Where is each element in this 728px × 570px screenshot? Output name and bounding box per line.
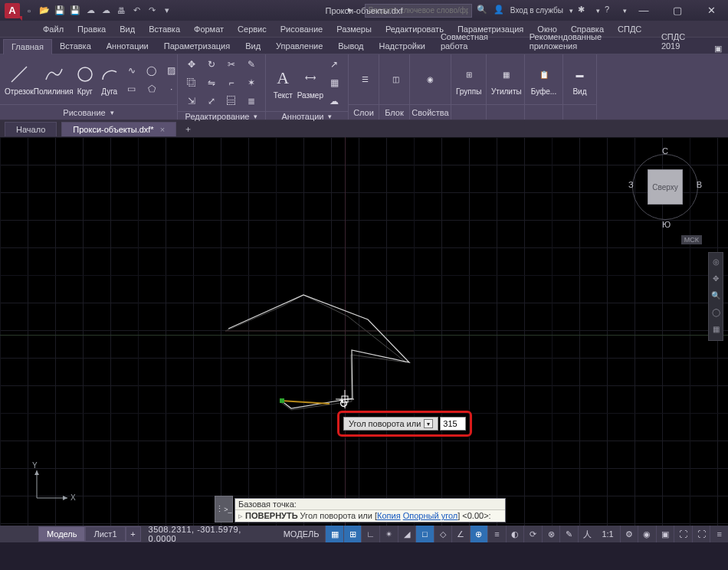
block-button[interactable]: ◫: [384, 67, 407, 93]
menu-tools[interactable]: Сервис: [231, 23, 273, 35]
clipboard-button[interactable]: 📋Буфе...: [530, 61, 558, 97]
menu-view[interactable]: Вид: [113, 23, 141, 35]
menu-dimensions[interactable]: Размеры: [330, 23, 378, 35]
layout-tab-sheet1[interactable]: Лист1: [85, 526, 125, 542]
ribbon-tab-collaborate[interactable]: Совместная работа: [433, 30, 522, 54]
fillet-icon[interactable]: ⌐: [222, 74, 241, 91]
status-annomonitor-icon[interactable]: ⊗: [542, 526, 560, 542]
status-dyninput-icon[interactable]: ⊕: [470, 526, 488, 542]
layout-tab-model[interactable]: Модель: [38, 526, 85, 542]
menu-draw[interactable]: Рисование: [274, 23, 329, 35]
ribbon-tab-manage[interactable]: Управление: [268, 39, 330, 54]
properties-button[interactable]: ◉: [415, 67, 446, 93]
close-button[interactable]: ✕: [694, 0, 728, 21]
scale-icon[interactable]: ⤢: [202, 93, 221, 110]
rotate-icon[interactable]: ↻: [202, 56, 221, 73]
layers-button[interactable]: ☰: [353, 67, 376, 93]
status-grid-icon[interactable]: ▦: [325, 526, 343, 542]
panel-expand-icon[interactable]: ▾: [328, 113, 332, 120]
spline-icon[interactable]: ∿: [123, 62, 141, 79]
close-tab-icon[interactable]: ×: [160, 125, 165, 134]
search-icon[interactable]: 🔍: [477, 5, 489, 17]
viewcube-face-top[interactable]: Сверху: [648, 169, 683, 205]
menu-edit[interactable]: Правка: [71, 23, 112, 35]
array-icon[interactable]: ⿳: [222, 93, 241, 110]
status-isoplane-icon[interactable]: ◢: [398, 526, 416, 542]
status-osnap-icon[interactable]: □: [415, 526, 434, 542]
new-icon[interactable]: ▫: [23, 5, 35, 17]
app-logo-icon[interactable]: A: [5, 3, 20, 18]
groups-button[interactable]: ⊞Группы: [456, 61, 481, 97]
viewcube-west[interactable]: З: [628, 180, 634, 189]
plot-icon[interactable]: 🖶: [115, 5, 127, 17]
stretch-icon[interactable]: ⇲: [182, 93, 201, 110]
polyline-button[interactable]: Полилиния: [35, 61, 72, 97]
viewcube-south[interactable]: Ю: [662, 220, 671, 229]
nav-showmotion-icon[interactable]: ▦: [710, 325, 721, 336]
open-icon[interactable]: 📂: [38, 5, 51, 17]
panel-title[interactable]: Редактирование: [185, 112, 250, 121]
drawing-canvas[interactable]: ↻ Угол поворота или ▾ X Y Сверху С Ю З В…: [0, 137, 728, 526]
commandline-handle[interactable]: ⋮>_: [215, 496, 233, 522]
menu-file[interactable]: Файл: [37, 23, 70, 35]
nav-wheel-icon[interactable]: ◎: [710, 257, 721, 268]
nav-orbit-icon[interactable]: ◯: [710, 308, 721, 319]
menu-insert[interactable]: Вставка: [143, 23, 186, 35]
ribbon-tab-addins[interactable]: Надстройки: [372, 39, 433, 54]
qat-dropdown-icon[interactable]: ▾: [161, 5, 173, 17]
trim-icon[interactable]: ✂: [222, 56, 241, 73]
command-current[interactable]: ▹ ПОВЕРНУТЬ Угол поворота или [Копия Опо…: [235, 509, 505, 522]
cloud-save-icon[interactable]: ☁: [100, 5, 112, 17]
status-gear-icon[interactable]: ⚙: [620, 526, 638, 542]
save-icon[interactable]: 💾: [54, 5, 66, 17]
line-button[interactable]: Отрезок: [5, 61, 34, 97]
view-button[interactable]: ▬Вид: [568, 61, 592, 97]
status-transparency-icon[interactable]: ◐: [506, 526, 524, 542]
panel-expand-icon[interactable]: ▾: [110, 109, 114, 116]
status-snap-icon[interactable]: ⊞: [343, 526, 362, 542]
panel-title[interactable]: Рисование: [63, 108, 105, 117]
undo-icon[interactable]: ↶: [130, 5, 143, 17]
dimension-button[interactable]: ⟷Размер: [297, 65, 323, 101]
arc-button[interactable]: Дуга: [98, 61, 121, 97]
table-icon[interactable]: ▦: [325, 74, 343, 91]
cloud-open-icon[interactable]: ☁: [84, 5, 97, 17]
status-polar-icon[interactable]: ✴: [379, 526, 398, 542]
status-otrack-icon[interactable]: ∠: [451, 526, 470, 542]
redo-icon[interactable]: ↷: [146, 5, 158, 17]
ribbon-tab-spds[interactable]: СПДС 2019: [654, 30, 712, 54]
status-lineweight-icon[interactable]: ≡: [487, 526, 506, 542]
status-cycling-icon[interactable]: ⟳: [523, 526, 542, 542]
copy-icon[interactable]: ⿻: [182, 74, 201, 91]
help-icon[interactable]: ?: [605, 5, 617, 17]
ribbon-tab-annotate[interactable]: Аннотации: [99, 39, 156, 54]
status-annoscale-icon[interactable]: 人: [578, 526, 596, 542]
mirror-icon[interactable]: ⇋: [202, 74, 221, 91]
viewcube-east[interactable]: В: [697, 180, 702, 189]
annotation-scale[interactable]: 1:1: [595, 529, 619, 539]
maximize-button[interactable]: ▢: [661, 0, 694, 21]
space-mode[interactable]: МОДЕЛЬ: [277, 529, 326, 539]
status-ortho-icon[interactable]: ∟: [361, 526, 379, 542]
saveas-icon[interactable]: 💾: [69, 5, 81, 17]
new-tab-icon[interactable]: ＋: [181, 122, 195, 136]
exchange-dropdown-icon[interactable]: ▾: [596, 7, 600, 15]
cmd-option-copy[interactable]: Копия: [377, 511, 401, 520]
nav-zoom-icon[interactable]: 🔍: [710, 291, 721, 302]
ribbon-tab-insert[interactable]: Вставка: [52, 39, 99, 54]
cmd-option-reference[interactable]: Опорный угол: [403, 511, 458, 520]
leader-icon[interactable]: ↗: [325, 56, 343, 73]
ribbon-tab-featured[interactable]: Рекомендованные приложения: [522, 30, 654, 54]
user-icon[interactable]: 👤: [494, 5, 506, 17]
layout-tab-add[interactable]: +: [126, 526, 141, 542]
exchange-icon[interactable]: ✱: [578, 5, 590, 17]
ribbon-tab-output[interactable]: Вывод: [330, 39, 371, 54]
file-tab-start[interactable]: Начало: [5, 122, 57, 136]
ellipse-icon[interactable]: ◯: [143, 62, 161, 79]
panel-expand-icon[interactable]: ▾: [254, 113, 257, 120]
cloud-icon[interactable]: ☁: [325, 93, 343, 110]
status-workspace-icon[interactable]: ◉: [638, 526, 656, 542]
dynamic-input-dropdown-icon[interactable]: ▾: [424, 419, 433, 428]
polygon-icon[interactable]: ⬠: [143, 80, 161, 97]
dynamic-input-field[interactable]: [440, 417, 466, 431]
